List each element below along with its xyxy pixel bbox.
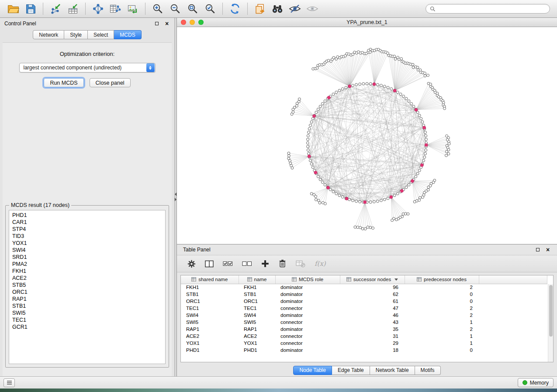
network-window-titlebar[interactable]: YPA_prune.txt_1 xyxy=(177,18,557,27)
hide-selected-button[interactable] xyxy=(287,1,303,16)
mcds-result-item[interactable]: STP4 xyxy=(12,226,165,233)
table-scrollbar[interactable] xyxy=(548,284,553,362)
open-session-button[interactable] xyxy=(5,1,21,16)
import-network-button[interactable] xyxy=(48,1,63,16)
search-box[interactable] xyxy=(426,4,550,14)
run-mcds-button[interactable]: Run MCDS xyxy=(44,78,83,87)
float-table-panel-button[interactable] xyxy=(535,247,541,253)
criterion-dropdown[interactable]: largest connected component (undirected) xyxy=(19,63,156,72)
table-mode-button[interactable] xyxy=(187,260,196,268)
tab-network-table[interactable]: Network Table xyxy=(370,366,415,375)
table-tabbar: Node Table Edge Table Network Table Moti… xyxy=(177,364,557,376)
cell-predecessor-nodes: 1 xyxy=(405,333,479,340)
table-row[interactable]: ORC1ORC1dominator610 xyxy=(181,298,547,305)
minimize-window-icon[interactable] xyxy=(190,20,195,25)
delete-table-button[interactable] xyxy=(296,260,305,268)
tab-mcds[interactable]: MCDS xyxy=(114,30,141,39)
column-header-name[interactable]: name xyxy=(239,275,275,284)
search-input[interactable] xyxy=(438,6,546,12)
mcds-result-item[interactable]: CAR1 xyxy=(12,219,165,226)
tab-motifs[interactable]: Motifs xyxy=(415,366,441,375)
table-row[interactable]: ACE2ACE2connector311 xyxy=(181,333,547,340)
mcds-result-list[interactable]: PHD1CAR1STP4TID3YOX1SWI4SRD1PMA2FKH1ACE2… xyxy=(9,210,166,364)
tab-network[interactable]: Network xyxy=(33,30,64,39)
mcds-result-item[interactable]: SWI4 xyxy=(12,247,165,254)
maximize-window-icon[interactable] xyxy=(198,20,204,25)
import-table-button[interactable] xyxy=(65,1,81,16)
mcds-result-item[interactable]: STB1 xyxy=(12,303,165,309)
tab-style[interactable]: Style xyxy=(64,30,88,39)
close-panel-pushbutton[interactable]: Close panel xyxy=(90,78,131,87)
mcds-result-item[interactable]: TID3 xyxy=(12,233,165,240)
mcds-result-item[interactable]: STB5 xyxy=(12,282,165,289)
mcds-buttons-row: Run MCDS Close panel xyxy=(44,78,130,87)
cell-mcds-role: dominator xyxy=(275,312,340,319)
deselect-all-icon xyxy=(242,261,252,267)
cell-successor-nodes: 29 xyxy=(340,340,405,347)
close-icon: × xyxy=(165,21,169,27)
table-row[interactable]: YOX1YOX1connector291 xyxy=(181,340,547,347)
column-header-predecessor-nodes[interactable]: predecessor nodes xyxy=(405,275,479,284)
scrollbar-thumb[interactable] xyxy=(549,285,553,337)
float-panel-button[interactable] xyxy=(154,21,160,27)
new-network-button[interactable] xyxy=(90,1,106,16)
show-all-button[interactable] xyxy=(304,1,320,16)
column-header-shared-name[interactable]: shared name xyxy=(181,275,239,284)
mcds-result-item[interactable]: PHD1 xyxy=(12,212,165,219)
panel-splitter[interactable] xyxy=(174,18,177,376)
cell-name: ORC1 xyxy=(239,298,275,305)
close-window-icon[interactable] xyxy=(181,20,186,25)
zoom-fit-button[interactable] xyxy=(185,1,201,16)
tab-edge-table[interactable]: Edge Table xyxy=(332,366,370,375)
mcds-result-item[interactable]: ORC1 xyxy=(12,289,165,296)
clone-network-button[interactable] xyxy=(252,1,268,16)
show-panels-button[interactable] xyxy=(3,378,15,387)
create-column-button[interactable] xyxy=(261,260,269,268)
zoom-selected-button[interactable] xyxy=(202,1,218,16)
cell-filler xyxy=(479,326,547,333)
find-button[interactable] xyxy=(270,1,285,16)
table-row[interactable]: RAP1RAP1dominator352 xyxy=(181,326,547,333)
mcds-result-item[interactable]: GCR1 xyxy=(12,323,165,330)
node-table[interactable]: shared name name MCDS role successor n xyxy=(180,275,554,362)
column-label: name xyxy=(254,277,267,282)
splitter-arrows[interactable] xyxy=(175,193,176,201)
zoom-in-button[interactable] xyxy=(150,1,166,16)
memory-button[interactable]: Memory xyxy=(518,378,554,387)
table-row[interactable]: STB1STB1dominator620 xyxy=(181,291,547,298)
export-image-button[interactable] xyxy=(125,1,141,16)
mcds-result-item[interactable]: TEC1 xyxy=(12,316,165,323)
show-columns-button[interactable] xyxy=(205,260,214,268)
cell-mcds-role: dominator xyxy=(275,347,340,354)
mcds-result-item[interactable]: SWI5 xyxy=(12,309,165,316)
deselect-all-button[interactable] xyxy=(242,261,252,267)
mcds-result-item[interactable]: SRD1 xyxy=(12,254,165,261)
network-canvas[interactable] xyxy=(177,27,557,244)
close-table-panel-button[interactable]: × xyxy=(545,247,551,253)
folder-icon xyxy=(7,4,19,14)
table-row[interactable]: SWI5SWI5connector431 xyxy=(181,319,547,326)
tab-select[interactable]: Select xyxy=(88,30,114,39)
function-builder-button[interactable]: f(x) xyxy=(315,260,326,268)
mcds-result-item[interactable]: PMA2 xyxy=(12,261,165,268)
mcds-result-item[interactable]: ACE2 xyxy=(12,275,165,282)
save-session-button[interactable] xyxy=(23,1,38,16)
select-all-button[interactable] xyxy=(223,261,233,267)
table-row[interactable]: FKH1FKH1dominator962 xyxy=(181,284,547,291)
column-header-mcds-role[interactable]: MCDS role xyxy=(275,275,340,284)
mcds-result-item[interactable]: YOX1 xyxy=(12,240,165,247)
zoom-out-button[interactable] xyxy=(167,1,183,16)
cell-filler xyxy=(479,312,547,319)
table-row[interactable]: PHD1PHD1dominator180 xyxy=(181,347,547,354)
close-panel-button[interactable]: × xyxy=(164,21,170,27)
column-header-successor-nodes[interactable]: successor nodes xyxy=(340,275,405,284)
tab-node-table[interactable]: Node Table xyxy=(293,366,332,375)
apply-layout-button[interactable] xyxy=(227,1,243,16)
table-row[interactable]: SWI4SWI4dominator462 xyxy=(181,312,547,319)
mcds-result-item[interactable]: FKH1 xyxy=(12,268,165,275)
network-from-table-button[interactable] xyxy=(107,1,123,16)
table-row[interactable]: TEC1TEC1connector472 xyxy=(181,305,547,312)
mcds-result-item[interactable]: RAP1 xyxy=(12,296,165,303)
cell-predecessor-nodes: 2 xyxy=(405,305,479,312)
delete-columns-button[interactable] xyxy=(278,259,287,268)
